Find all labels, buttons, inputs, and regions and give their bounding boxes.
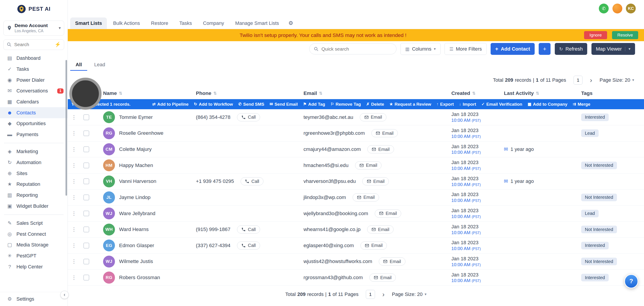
page-number-box[interactable]: 1 [574, 76, 582, 85]
sidebar-item-widget-builder[interactable]: ▣Widget Builder [0, 201, 68, 211]
tab-tasks[interactable]: Tasks [174, 18, 197, 29]
sidebar-item-media-storage[interactable]: ▢Media Storage [0, 239, 68, 250]
bulk-action-add-tag[interactable]: ⚑Add Tag [303, 102, 325, 107]
bulk-action-request-a-review[interactable]: ★Request a Review [390, 102, 431, 107]
bulk-action-import[interactable]: ↓Import [459, 102, 476, 107]
resolve-button[interactable]: Resolve [612, 31, 638, 39]
contact-name[interactable]: Wilmette Justis [119, 258, 153, 264]
call-button[interactable]: Call [237, 113, 260, 121]
sidebar-item-conversations[interactable]: ✉Conversations1 [0, 86, 68, 97]
page-size-dropdown[interactable]: Page Size: 20 ▾ [392, 291, 427, 297]
row-menu-button[interactable]: ⋮ [68, 162, 80, 169]
sidebar-item-calendars[interactable]: ▦Calendars [0, 97, 68, 107]
email-button[interactable]: Email [360, 113, 386, 121]
bulk-action-remove-tag[interactable]: ⚐Remove Tag [330, 102, 361, 107]
row-menu-button[interactable]: ⋮ [68, 130, 80, 136]
call-button[interactable]: Call [237, 225, 260, 233]
contact-name[interactable]: Robers Grossman [119, 275, 160, 280]
orange-circle-icon[interactable] [612, 4, 622, 14]
email-button[interactable]: Email [367, 225, 394, 233]
email-button[interactable]: Email [372, 129, 398, 137]
smart-lists-settings-gear-icon[interactable]: ⚙ [285, 17, 296, 29]
row-menu-button[interactable]: ⋮ [68, 114, 80, 120]
tab-smart-lists[interactable]: Smart Lists [70, 18, 107, 29]
sort-icon[interactable]: ⇅ [536, 91, 539, 96]
row-menu-button[interactable]: ⋮ [68, 274, 80, 281]
tab-manage-smart-lists[interactable]: Manage Smart Lists [230, 18, 284, 29]
email-button[interactable]: Email [353, 193, 379, 201]
row-checkbox[interactable] [84, 114, 89, 120]
map-viewer-button[interactable]: Map Viewer ▾ [592, 43, 635, 55]
tab-company[interactable]: Company [198, 18, 229, 29]
user-avatar[interactable]: KC [626, 4, 636, 14]
quick-add-button[interactable]: + [539, 43, 550, 55]
next-page-icon[interactable]: › [382, 291, 384, 297]
sidebar-item-pest-connect[interactable]: ◎Pest Connect [0, 228, 68, 239]
contact-name[interactable]: Colette Majury [119, 146, 152, 152]
tab-bulk-actions[interactable]: Bulk Actions [108, 18, 145, 29]
bulk-action-merge[interactable]: ⇉Merge [573, 102, 590, 107]
sidebar-collapse-button[interactable]: ‹ [60, 291, 69, 299]
row-checkbox[interactable] [84, 163, 89, 168]
account-switcher[interactable]: Demo Account Los Angeles, CA ▾ [3, 21, 64, 36]
ignore-button[interactable]: Ignore [584, 31, 607, 39]
row-checkbox[interactable] [84, 243, 89, 248]
row-checkbox[interactable] [84, 259, 89, 264]
list-tab-lead[interactable]: Lead [89, 59, 110, 71]
column-header-tags[interactable]: Tags [575, 90, 644, 96]
sidebar-item-sales-script[interactable]: ✎Sales Script [0, 218, 68, 229]
row-menu-button[interactable]: ⋮ [68, 194, 80, 201]
sidebar-item-reporting[interactable]: ▥Reporting [0, 190, 68, 201]
list-tab-all[interactable]: All [70, 59, 87, 71]
columns-dropdown[interactable]: ▥ Columns ▾ [400, 43, 440, 55]
sidebar-item-marketing[interactable]: ◈Marketing [0, 146, 68, 157]
sidebar-item-sites[interactable]: ⊕Sites [0, 168, 68, 179]
bulk-action-add-to-company[interactable]: ▦Add to Company [528, 102, 568, 107]
row-checkbox[interactable] [84, 178, 89, 184]
phone-dialer-button[interactable]: ✆ [599, 4, 609, 14]
sort-icon[interactable]: ⇅ [213, 91, 217, 96]
contact-name[interactable]: Ward Hearns [119, 226, 149, 232]
quick-search[interactable] [309, 44, 396, 55]
contact-name[interactable]: Jayme Lindop [119, 194, 151, 200]
sidebar-item-power-dialer[interactable]: ◉Power Dialer [0, 75, 68, 86]
sidebar-item-dashboard[interactable]: ▤Dashboard [0, 53, 68, 64]
bulk-action-send-sms[interactable]: ✆Send SMS [238, 102, 264, 107]
bulk-action-export[interactable]: ↑Export [436, 102, 454, 107]
sidebar-item-tasks[interactable]: ✓Tasks [0, 64, 68, 75]
add-contact-button[interactable]: + Add Contact [490, 43, 534, 55]
row-menu-button[interactable]: ⋮ [68, 146, 80, 152]
bulk-action-send-email[interactable]: ✉Send Email [270, 102, 298, 107]
next-page-icon[interactable]: › [590, 77, 592, 83]
bulk-action-add-to-workflow[interactable]: ↻Add to Workflow [194, 102, 233, 107]
row-checkbox[interactable] [84, 275, 89, 280]
row-checkbox[interactable] [84, 131, 89, 136]
quick-actions-icon[interactable]: ⚡ [54, 42, 61, 48]
row-checkbox[interactable] [84, 226, 89, 232]
row-menu-button[interactable]: ⋮ [68, 178, 80, 184]
contact-name[interactable]: Vanni Harverson [119, 178, 156, 184]
sidebar-item-contacts[interactable]: ☻Contacts [0, 107, 68, 118]
refresh-button[interactable]: ↻ Refresh [555, 43, 588, 55]
sidebar-item-settings[interactable]: ⚙ Settings [0, 292, 68, 306]
bulk-action-add-to-pipeline[interactable]: ⇄Add to Pipeline [152, 102, 188, 107]
email-button[interactable]: Email [368, 145, 394, 153]
sidebar-scrollbar[interactable] [66, 60, 67, 196]
row-checkbox[interactable] [84, 194, 89, 200]
row-checkbox[interactable] [84, 146, 89, 152]
email-button[interactable]: Email [355, 161, 382, 169]
contact-name[interactable]: Tommie Eymer [119, 114, 153, 120]
sidebar-item-payments[interactable]: ▬Payments [0, 129, 68, 140]
sort-icon[interactable]: ⇅ [472, 91, 476, 96]
email-button[interactable]: Email [360, 241, 387, 250]
row-checkbox[interactable] [84, 211, 89, 216]
bulk-action-email-verification[interactable]: ✓Email Verification [482, 102, 522, 107]
sidebar-item-help-center[interactable]: ?Help Center [0, 261, 68, 272]
row-menu-button[interactable]: ⋮ [68, 258, 80, 264]
column-header-email[interactable]: Email⇅ [298, 90, 446, 96]
contact-name[interactable]: Edmon Glasper [119, 243, 154, 248]
contact-name[interactable]: Ware Jellybrand [119, 211, 156, 216]
email-button[interactable]: Email [370, 273, 396, 281]
column-header-last-activity[interactable]: Last Activity⇅ [498, 90, 575, 96]
contact-name[interactable]: Happy Machen [119, 163, 153, 168]
